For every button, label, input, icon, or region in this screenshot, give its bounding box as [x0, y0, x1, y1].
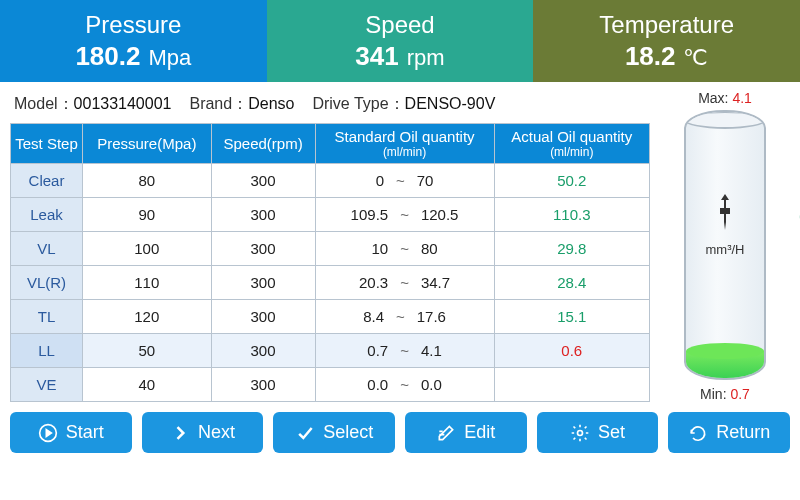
gauge-cylinder: mm³/H: [684, 110, 766, 380]
cell-pressure: 40: [83, 368, 212, 402]
gauge-min: Min: 0.7: [700, 386, 750, 402]
play-icon: [38, 423, 58, 443]
pressure-unit: Mpa: [148, 45, 191, 70]
cell-pressure: 50: [83, 334, 212, 368]
cell-speed: 300: [211, 164, 315, 198]
speed-readout[interactable]: Speed 341rpm: [267, 0, 534, 82]
return-button[interactable]: Return: [668, 412, 790, 453]
drive-value: DENSO-90V: [405, 95, 496, 112]
cell-actual: 15.1: [494, 300, 649, 334]
cell-range: 0.0~0.0: [315, 368, 494, 402]
pressure-label: Pressure: [85, 11, 181, 39]
table-row[interactable]: VE403000.0~0.0: [11, 368, 650, 402]
chevron-right-icon: [170, 423, 190, 443]
cell-speed: 300: [211, 232, 315, 266]
cell-range: 109.5~120.5: [315, 198, 494, 232]
cell-actual: 29.8: [494, 232, 649, 266]
temperature-value: 18.2: [625, 41, 676, 71]
cell-pressure: 80: [83, 164, 212, 198]
brand-label: Brand：: [189, 95, 248, 112]
cell-actual: [494, 368, 649, 402]
table-row[interactable]: Clear803000~7050.2: [11, 164, 650, 198]
table-row[interactable]: TL1203008.4~17.615.1: [11, 300, 650, 334]
cell-range: 0~70: [315, 164, 494, 198]
drive-label: Drive Type：: [312, 95, 404, 112]
start-button[interactable]: Start: [10, 412, 132, 453]
cell-actual: 50.2: [494, 164, 649, 198]
table-row[interactable]: VL10030010~8029.8: [11, 232, 650, 266]
gauge-panel: Max: 4.1 mm³/H 0.6 Min: 0.7: [660, 88, 790, 402]
speed-label: Speed: [365, 11, 434, 39]
pressure-readout[interactable]: Pressure 180.2Mpa: [0, 0, 267, 82]
test-table: Test Step Pressure(Mpa) Speed(rpm) Stand…: [10, 123, 650, 402]
table-row[interactable]: LL503000.7~4.10.6: [11, 334, 650, 368]
gauge-max: Max: 4.1: [698, 90, 752, 106]
speed-unit: rpm: [407, 45, 445, 70]
cell-range: 20.3~34.7: [315, 266, 494, 300]
model-value: 00133140001: [74, 95, 172, 112]
cell-speed: 300: [211, 266, 315, 300]
select-button[interactable]: Select: [273, 412, 395, 453]
pressure-value: 180.2: [75, 41, 140, 71]
model-label: Model：: [14, 95, 74, 112]
col-pressure: Pressure(Mpa): [83, 124, 212, 164]
cell-step: Leak: [11, 198, 83, 232]
cell-speed: 300: [211, 300, 315, 334]
footer-buttons: Start Next Select Edit Set Return: [0, 402, 800, 461]
temperature-readout[interactable]: Temperature 18.2℃: [533, 0, 800, 82]
cell-speed: 300: [211, 198, 315, 232]
gear-icon: [570, 423, 590, 443]
header-readouts: Pressure 180.2Mpa Speed 341rpm Temperatu…: [0, 0, 800, 82]
cell-step: VL: [11, 232, 83, 266]
next-button[interactable]: Next: [142, 412, 264, 453]
check-icon: [295, 423, 315, 443]
speed-value: 341: [355, 41, 398, 71]
cell-actual: 0.6: [494, 334, 649, 368]
cell-pressure: 100: [83, 232, 212, 266]
cell-speed: 300: [211, 368, 315, 402]
svg-point-1: [578, 430, 583, 435]
cell-actual: 110.3: [494, 198, 649, 232]
col-std: Standard Oil quantity(ml/min): [315, 124, 494, 164]
edit-icon: [436, 423, 456, 443]
cell-step: VL(R): [11, 266, 83, 300]
cell-range: 8.4~17.6: [315, 300, 494, 334]
cell-range: 10~80: [315, 232, 494, 266]
col-speed: Speed(rpm): [211, 124, 315, 164]
injector-icon: [716, 194, 734, 230]
cell-step: VE: [11, 368, 83, 402]
brand-value: Denso: [248, 95, 294, 112]
cell-range: 0.7~4.1: [315, 334, 494, 368]
table-row[interactable]: VL(R)11030020.3~34.728.4: [11, 266, 650, 300]
table-row[interactable]: Leak90300109.5~120.5110.3: [11, 198, 650, 232]
edit-button[interactable]: Edit: [405, 412, 527, 453]
col-actual: Actual Oil quantity(ml/min): [494, 124, 649, 164]
temperature-label: Temperature: [599, 11, 734, 39]
cell-actual: 28.4: [494, 266, 649, 300]
device-meta: Model：00133140001 Brand：Denso Drive Type…: [10, 88, 650, 123]
cell-step: Clear: [11, 164, 83, 198]
cell-pressure: 120: [83, 300, 212, 334]
cell-step: TL: [11, 300, 83, 334]
set-button[interactable]: Set: [537, 412, 659, 453]
gauge-unit: mm³/H: [706, 242, 745, 257]
return-icon: [688, 423, 708, 443]
cell-pressure: 110: [83, 266, 212, 300]
cell-speed: 300: [211, 334, 315, 368]
temperature-unit: ℃: [683, 45, 708, 70]
cell-step: LL: [11, 334, 83, 368]
cell-pressure: 90: [83, 198, 212, 232]
col-step: Test Step: [11, 124, 83, 164]
